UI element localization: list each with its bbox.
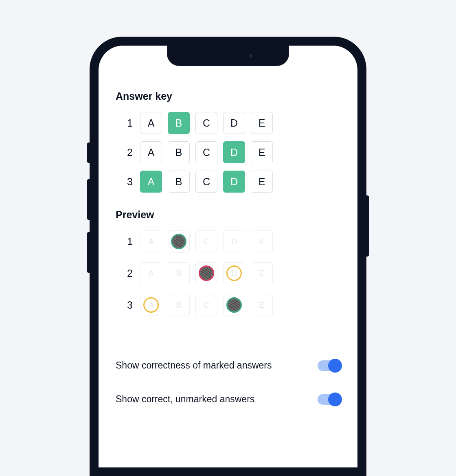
preview-grid: 1ABCDE2ABCDE3ABCDE xyxy=(116,230,340,316)
preview-label: E xyxy=(259,269,264,278)
answer-key-title: Answer key xyxy=(116,90,340,102)
preview-label: C xyxy=(204,301,209,310)
preview-label: A xyxy=(148,237,153,246)
row-number: 1 xyxy=(124,117,133,129)
setting-toggle[interactable] xyxy=(318,394,340,405)
preview-option: B xyxy=(168,294,190,316)
answer-key-row: 1ABCDE xyxy=(124,112,340,134)
answer-key-row: 2ABCDE xyxy=(124,141,340,163)
setting-label: Show correct, unmarked answers xyxy=(116,394,254,405)
preview-title: Preview xyxy=(116,209,340,221)
row-number: 3 xyxy=(124,299,133,311)
preview-option: B xyxy=(168,262,190,284)
preview-option: C xyxy=(195,294,217,316)
setting-toggle[interactable] xyxy=(318,360,340,371)
preview-option: E xyxy=(251,262,273,284)
answer-option[interactable]: E xyxy=(251,141,273,163)
preview-label: A xyxy=(148,269,153,278)
answer-option[interactable]: D xyxy=(223,171,245,193)
phone-frame: Answer key 1ABCDE2ABCDE3ABCDE Preview 1A… xyxy=(90,37,366,476)
settings-list: Show correctness of marked answersShow c… xyxy=(116,349,340,416)
preview-option: D xyxy=(223,262,245,284)
preview-option: A xyxy=(140,230,162,252)
preview-label: D xyxy=(231,237,237,246)
preview-row: 3ABCDE xyxy=(124,294,340,316)
answer-option[interactable]: B xyxy=(168,112,190,134)
bubble-mark-icon xyxy=(171,234,186,249)
toggle-knob-icon xyxy=(328,359,342,373)
toggle-knob-icon xyxy=(328,393,342,406)
bubble-mark-icon xyxy=(226,265,242,281)
preview-option: A xyxy=(140,262,162,284)
phone-side-button xyxy=(87,179,90,220)
preview-row: 1ABCDE xyxy=(124,230,340,252)
preview-label: B xyxy=(176,301,181,310)
row-number: 2 xyxy=(124,268,133,279)
setting-label: Show correctness of marked answers xyxy=(116,360,272,371)
answer-option[interactable]: D xyxy=(223,112,245,134)
preview-label: C xyxy=(204,237,209,246)
bubble-mark-icon xyxy=(199,265,214,281)
preview-label: B xyxy=(176,269,181,278)
row-number: 2 xyxy=(124,147,133,158)
answer-option[interactable]: E xyxy=(251,112,273,134)
preview-label: E xyxy=(259,301,264,310)
preview-option: D xyxy=(223,294,245,316)
preview-label: E xyxy=(259,237,264,246)
preview-row: 2ABCDE xyxy=(124,262,340,284)
bubble-mark-icon xyxy=(143,297,159,313)
row-number: 1 xyxy=(124,236,133,248)
answer-option[interactable]: C xyxy=(195,112,217,134)
phone-side-button xyxy=(87,143,90,163)
notch xyxy=(167,46,289,66)
answer-option[interactable]: C xyxy=(195,141,217,163)
phone-side-button xyxy=(87,232,90,273)
preview-option: C xyxy=(195,230,217,252)
bubble-mark-icon xyxy=(226,297,242,313)
answer-option[interactable]: B xyxy=(168,141,190,163)
setting-row: Show correctness of marked answers xyxy=(116,349,340,382)
preview-option: A xyxy=(140,294,162,316)
phone-side-button xyxy=(366,195,369,257)
answer-option[interactable]: C xyxy=(195,171,217,193)
preview-option: B xyxy=(168,230,190,252)
camera-dot-icon xyxy=(249,54,252,57)
answer-key-grid: 1ABCDE2ABCDE3ABCDE xyxy=(116,112,340,193)
answer-option[interactable]: D xyxy=(223,141,245,163)
answer-option[interactable]: A xyxy=(140,141,162,163)
setting-row: Show correct, unmarked answers xyxy=(116,382,340,416)
preview-option: E xyxy=(251,294,273,316)
preview-option: E xyxy=(251,230,273,252)
answer-option[interactable]: A xyxy=(140,112,162,134)
answer-option[interactable]: A xyxy=(140,171,162,193)
screen: Answer key 1ABCDE2ABCDE3ABCDE Preview 1A… xyxy=(99,46,357,467)
answer-option[interactable]: B xyxy=(168,171,190,193)
preview-option: C xyxy=(195,262,217,284)
answer-key-row: 3ABCDE xyxy=(124,171,340,193)
preview-option: D xyxy=(223,230,245,252)
row-number: 3 xyxy=(124,176,133,188)
answer-option[interactable]: E xyxy=(251,171,273,193)
